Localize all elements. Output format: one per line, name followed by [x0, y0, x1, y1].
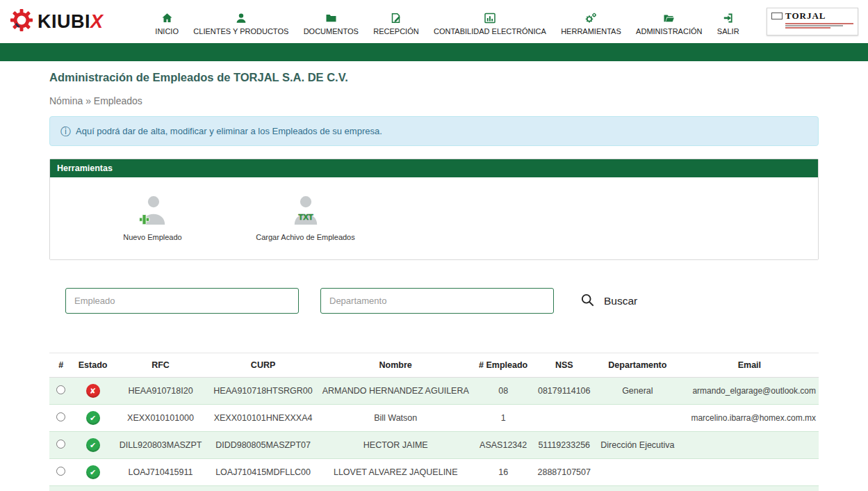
- brand-gear-icon: [10, 8, 33, 35]
- row-select-radio[interactable]: [56, 440, 65, 449]
- cell-curp: DIDD980805MASZPT07: [208, 432, 318, 459]
- cell-nombre: HECTOR JAIME: [318, 432, 473, 459]
- nav-item-contabilidad-electronica[interactable]: CONTABILIDAD ELECTRÓNICA: [434, 8, 546, 35]
- cell-num-empleado: 08: [473, 378, 534, 405]
- nav-label: SALIR: [717, 27, 739, 35]
- person-icon: [236, 11, 247, 24]
- col-header-email: Email: [680, 353, 819, 378]
- table-header-row: # Estado RFC CURP Nombre # Empleado NSS …: [49, 353, 819, 378]
- nav-items: INICIO CLIENTES Y PRODUCTOS DOCUMENTOS R…: [140, 8, 754, 35]
- nav-item-administracion[interactable]: ADMINISTRACIÓN: [636, 8, 702, 35]
- search-icon: [580, 293, 595, 309]
- nav-label: CLIENTES Y PRODUCTOS: [193, 27, 288, 35]
- cell-nss: 28887107507: [534, 459, 595, 486]
- new-employee-button[interactable]: Nuevo Empleado: [92, 194, 213, 250]
- cell-curp: HEAA910718HTSRGR00: [208, 378, 318, 405]
- tools-panel-header: Herramientas: [50, 159, 818, 177]
- col-header-nombre: Nombre: [318, 353, 473, 378]
- cell-rfc: HEAA910718I20: [113, 378, 208, 405]
- cell-nss: 51119233256: [534, 432, 595, 459]
- employees-table: # Estado RFC CURP Nombre # Empleado NSS …: [49, 353, 819, 491]
- status-icon[interactable]: ✔: [86, 438, 100, 452]
- cell-email: [680, 459, 819, 486]
- cell-departamento: General: [595, 378, 680, 405]
- cell-nombre: LLOVET ALVAREZ JAQUELINE: [318, 459, 473, 486]
- info-alert-text: Aquí podrá dar de alta, modificar y elim…: [76, 126, 382, 136]
- main-content: Administración de Empleados de TORJAL S.…: [40, 61, 828, 491]
- row-select-radio[interactable]: [56, 467, 65, 476]
- torjal-logo-name: TORJAL: [785, 10, 826, 22]
- cell-nss: [534, 486, 595, 491]
- logout-icon: [723, 11, 734, 24]
- department-search-input[interactable]: [320, 288, 554, 314]
- torjal-logo: TORJAL: [767, 8, 858, 35]
- col-header-num: #: [49, 353, 73, 378]
- torjal-logo-fineprint: [771, 23, 853, 29]
- status-icon[interactable]: ✘: [86, 384, 100, 398]
- nav-item-recepcion[interactable]: RECEPCIÓN: [373, 8, 418, 35]
- load-employee-file-button[interactable]: TXT Cargar Achivo de Empleados: [245, 194, 366, 250]
- svg-text:TXT: TXT: [298, 213, 313, 221]
- cell-nombre: [318, 486, 473, 491]
- brand-logo[interactable]: KIUBIX: [10, 8, 128, 35]
- page-title: Administración de Empleados de TORJAL S.…: [49, 71, 819, 84]
- cell-email: armando_elgarage@outlook.com: [680, 378, 819, 405]
- table-row: ✔ DILL920803MASZPT DIDD980805MASZPT07 HE…: [49, 432, 819, 459]
- nav-item-clientes-y-productos[interactable]: CLIENTES Y PRODUCTOS: [193, 8, 288, 35]
- row-select-radio[interactable]: [56, 412, 65, 421]
- nav-item-herramientas[interactable]: HERRAMIENTAS: [561, 8, 621, 35]
- gears-icon: [584, 11, 597, 24]
- search-button[interactable]: Buscar: [580, 293, 637, 309]
- table-row: ✔ LOAJ710415911 LOAJ710415MDFLLC00 LLOVE…: [49, 459, 819, 486]
- top-navbar: KIUBIX INICIO CLIENTES Y PRODUCTOS DOCUM…: [0, 0, 868, 43]
- tool-action-label: Nuevo Empleado: [92, 233, 213, 241]
- cell-rfc: [113, 486, 208, 491]
- breadcrumb: Nómina » Empleados: [49, 95, 819, 106]
- col-header-num-empleado: # Empleado: [473, 353, 534, 378]
- cell-departamento: Dirección Ejecutiva: [595, 432, 680, 459]
- col-header-curp: CURP: [208, 353, 318, 378]
- tools-panel: Herramientas Nuevo Empleado: [49, 159, 819, 260]
- col-header-rfc: RFC: [113, 353, 208, 378]
- col-header-departamento: Departamento: [595, 353, 680, 378]
- cell-num-empleado: 16: [473, 459, 534, 486]
- cell-rfc: LOAJ710415911: [113, 459, 208, 486]
- cell-departamento: [595, 486, 680, 491]
- nav-label: ADMINISTRACIÓN: [636, 27, 702, 35]
- nav-label: CONTABILIDAD ELECTRÓNICA: [434, 27, 546, 35]
- nav-item-documentos[interactable]: DOCUMENTOS: [304, 8, 359, 35]
- header-green-strip: [0, 43, 868, 61]
- home-icon: [161, 11, 173, 24]
- open-folder-icon: [663, 11, 675, 24]
- cell-departamento: [595, 459, 680, 486]
- cell-curp: LOAJ710415MDFLLC00: [208, 459, 318, 486]
- cell-email: [680, 432, 819, 459]
- bar-chart-icon: [484, 11, 496, 24]
- nav-item-inicio[interactable]: INICIO: [155, 8, 179, 35]
- nav-label: DOCUMENTOS: [304, 27, 359, 35]
- search-button-label: Buscar: [604, 295, 637, 307]
- cell-email: [680, 486, 819, 491]
- cell-num-empleado: ASAS12342: [473, 432, 534, 459]
- info-alert: ⓘ Aquí podrá dar de alta, modificar y el…: [49, 116, 819, 146]
- table-row: ✔: [49, 486, 819, 491]
- cell-num-empleado: [473, 486, 534, 491]
- cell-nss: 08179114106: [534, 378, 595, 405]
- employee-search-input[interactable]: [65, 288, 299, 314]
- torjal-logo-mark: [771, 13, 783, 19]
- cell-email: marcelino.ibarra@homex.com.mx: [680, 405, 819, 432]
- table-row: ✔ XEXX010101000 XEXX010101HNEXXXA4 Bill …: [49, 405, 819, 432]
- col-header-estado: Estado: [73, 353, 113, 378]
- nav-label: HERRAMIENTAS: [561, 27, 621, 35]
- person-txt-icon: TXT: [291, 218, 320, 230]
- table-row: ✘ HEAA910718I20 HEAA910718HTSRGR00 ARMAN…: [49, 378, 819, 405]
- status-icon[interactable]: ✔: [86, 465, 100, 479]
- status-icon[interactable]: ✔: [86, 411, 100, 425]
- cell-nss: [534, 405, 595, 432]
- tools-panel-body: Nuevo Empleado TXT Cargar Achivo de Empl…: [50, 177, 818, 259]
- nav-item-salir[interactable]: SALIR: [717, 8, 739, 35]
- search-row: Buscar: [49, 288, 819, 314]
- cell-curp: XEXX010101HNEXXXA4: [208, 405, 318, 432]
- row-select-radio[interactable]: [56, 385, 65, 394]
- cell-departamento: [595, 405, 680, 432]
